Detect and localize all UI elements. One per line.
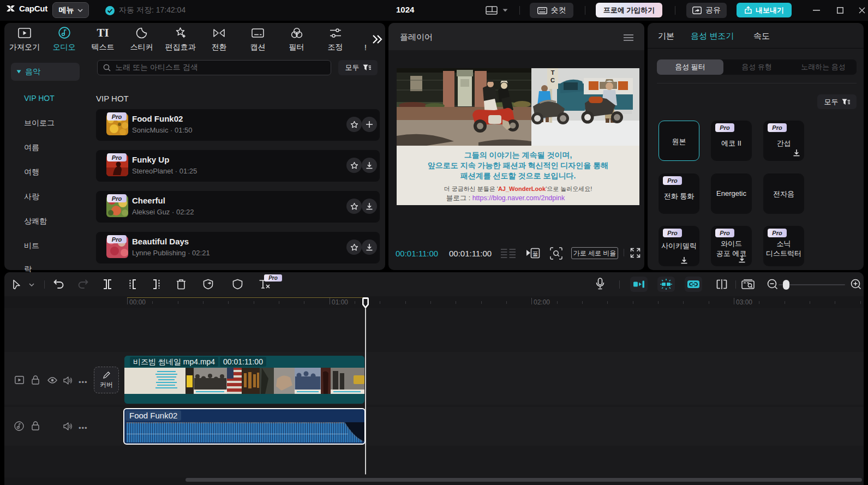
svg-text:풀: 풀: [532, 250, 538, 257]
svg-text:T: T: [551, 69, 555, 76]
svg-text:C: C: [550, 77, 555, 83]
